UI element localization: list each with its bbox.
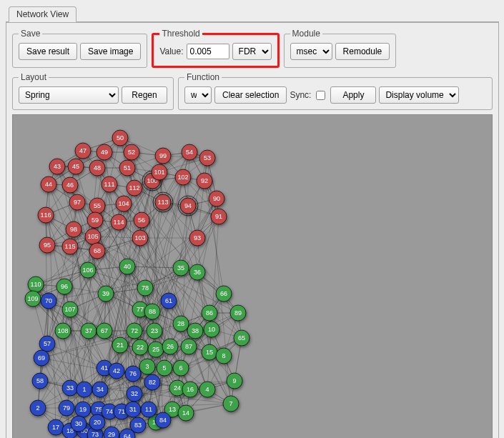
network-node[interactable]: 28: [173, 316, 189, 332]
network-node[interactable]: 103: [132, 230, 148, 246]
network-node[interactable]: 55: [89, 198, 105, 214]
network-node[interactable]: 36: [189, 264, 205, 280]
clear-selection-button[interactable]: Clear selection: [214, 86, 287, 104]
apply-button[interactable]: Apply: [330, 86, 376, 104]
network-node[interactable]: 116: [38, 207, 54, 223]
sync-checkbox[interactable]: [316, 91, 325, 100]
network-node[interactable]: 37: [81, 323, 97, 339]
network-node[interactable]: 93: [189, 230, 205, 246]
network-node[interactable]: 105: [85, 229, 101, 244]
function-w-select[interactable]: w: [184, 86, 212, 104]
network-node[interactable]: 111: [102, 176, 117, 192]
network-node[interactable]: 84: [155, 412, 171, 428]
network-node[interactable]: 22: [132, 339, 148, 355]
network-node[interactable]: 1: [76, 382, 92, 397]
network-node[interactable]: 114: [111, 214, 127, 230]
network-node[interactable]: 16: [182, 382, 198, 397]
network-node[interactable]: 108: [55, 323, 71, 339]
network-node[interactable]: 67: [97, 323, 112, 339]
network-node[interactable]: 25: [148, 342, 164, 357]
network-node[interactable]: 20: [89, 414, 105, 430]
network-node[interactable]: 65: [234, 330, 249, 346]
network-node[interactable]: 39: [98, 286, 114, 302]
network-node[interactable]: 6: [173, 360, 189, 376]
network-node[interactable]: 32: [127, 386, 142, 402]
display-select[interactable]: Display volume: [379, 86, 459, 104]
network-node[interactable]: 8: [216, 348, 232, 364]
network-node[interactable]: 112: [127, 180, 142, 196]
network-node[interactable]: 26: [162, 339, 178, 354]
network-node[interactable]: 38: [187, 323, 203, 339]
layout-select[interactable]: Spring: [19, 86, 119, 104]
remodule-button[interactable]: Remodule: [335, 43, 390, 60]
network-node[interactable]: 99: [155, 148, 171, 164]
tab-network-view[interactable]: Network View: [9, 6, 76, 22]
network-node[interactable]: 97: [69, 194, 85, 210]
network-node[interactable]: 57: [39, 336, 55, 352]
network-node[interactable]: 90: [209, 191, 224, 206]
module-method-select[interactable]: msec: [290, 43, 332, 60]
network-node[interactable]: 14: [178, 405, 194, 421]
network-node[interactable]: 92: [197, 173, 212, 189]
network-node[interactable]: 104: [116, 196, 132, 211]
network-node[interactable]: 17: [48, 419, 64, 435]
network-node[interactable]: 31: [125, 402, 141, 417]
network-node[interactable]: 51: [119, 160, 135, 176]
network-node[interactable]: 52: [124, 144, 139, 160]
network-node[interactable]: 49: [97, 144, 112, 160]
network-node[interactable]: 102: [175, 169, 191, 185]
network-node[interactable]: 40: [119, 259, 135, 274]
network-node[interactable]: 10: [204, 322, 219, 337]
network-node[interactable]: 69: [34, 350, 49, 366]
network-node[interactable]: 79: [59, 400, 74, 416]
network-node[interactable]: 50: [112, 130, 128, 146]
save-image-button[interactable]: Save image: [80, 43, 141, 60]
network-node[interactable]: 68: [89, 243, 105, 259]
network-node[interactable]: 15: [202, 344, 217, 360]
network-node[interactable]: 47: [75, 143, 91, 159]
network-node[interactable]: 96: [56, 279, 72, 294]
network-node[interactable]: 82: [144, 374, 160, 390]
network-node[interactable]: 9: [227, 373, 242, 389]
network-node[interactable]: 95: [39, 237, 55, 253]
network-node[interactable]: 113: [153, 192, 173, 212]
network-node[interactable]: 2: [30, 400, 46, 416]
network-node[interactable]: 58: [32, 373, 48, 389]
network-node[interactable]: 59: [87, 212, 103, 228]
network-node[interactable]: 115: [62, 239, 78, 254]
network-node[interactable]: 86: [202, 305, 217, 321]
network-node[interactable]: 109: [25, 291, 41, 307]
network-node[interactable]: 61: [161, 293, 177, 309]
network-node[interactable]: 35: [173, 260, 189, 276]
network-node[interactable]: 46: [62, 177, 78, 193]
network-node[interactable]: 56: [134, 212, 149, 228]
network-node[interactable]: 54: [182, 144, 197, 160]
network-node[interactable]: 5: [157, 360, 172, 376]
network-node[interactable]: 42: [109, 363, 124, 379]
regen-button[interactable]: Regen: [122, 86, 167, 104]
network-node[interactable]: 91: [211, 209, 227, 224]
network-node[interactable]: 70: [41, 293, 56, 309]
network-node[interactable]: 106: [80, 262, 96, 278]
network-node[interactable]: 23: [147, 323, 162, 339]
network-node[interactable]: 48: [89, 160, 105, 176]
network-node[interactable]: 78: [137, 280, 153, 296]
network-node[interactable]: 66: [216, 286, 232, 302]
network-node[interactable]: 88: [144, 304, 160, 319]
network-node[interactable]: 43: [49, 159, 65, 174]
network-node[interactable]: 34: [92, 382, 108, 397]
network-node[interactable]: 110: [28, 277, 44, 292]
threshold-fdr-select[interactable]: FDR: [232, 43, 272, 60]
network-node[interactable]: 21: [112, 337, 128, 353]
network-node[interactable]: 98: [66, 222, 81, 237]
network-node[interactable]: 101: [152, 164, 167, 180]
network-node[interactable]: 45: [68, 159, 84, 174]
save-result-button[interactable]: Save result: [19, 43, 77, 60]
network-node[interactable]: 7: [223, 396, 239, 412]
network-node[interactable]: 107: [62, 302, 78, 317]
network-node[interactable]: 76: [125, 366, 141, 382]
network-node[interactable]: 53: [199, 150, 215, 166]
network-node[interactable]: 33: [62, 380, 78, 396]
network-node[interactable]: 72: [127, 323, 142, 339]
network-node[interactable]: 11: [141, 402, 157, 417]
